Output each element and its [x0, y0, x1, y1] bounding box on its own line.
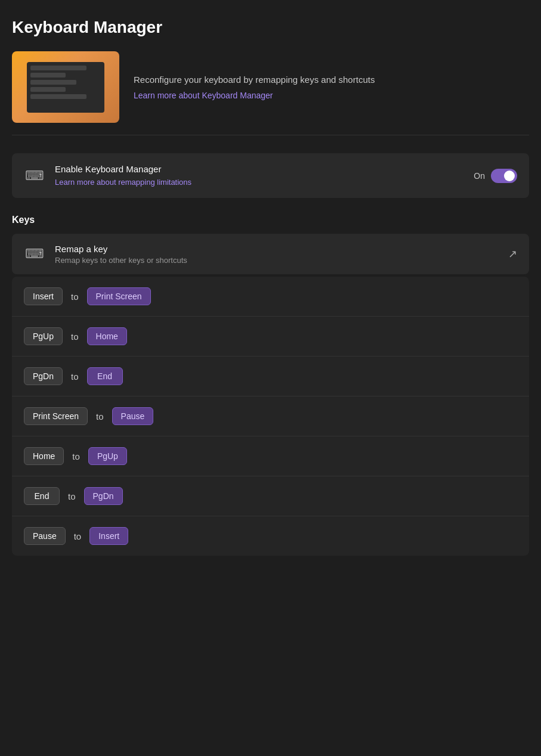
key-mapping-row: Insert to Print Screen: [12, 277, 529, 316]
keys-section-title: Keys: [12, 215, 529, 225]
to-label: to: [96, 411, 104, 422]
from-key-badge: Print Screen: [24, 407, 88, 425]
from-key-badge: PgUp: [24, 327, 63, 345]
enable-right: On: [474, 169, 517, 183]
hero-thumbnail: [12, 51, 119, 123]
from-key-badge: End: [24, 487, 60, 505]
keyboard-icon: ⌨: [24, 165, 45, 187]
enable-text: Enable Keyboard Manager Learn more about…: [55, 164, 191, 187]
to-key-badge: Print Screen: [87, 287, 151, 305]
from-key-badge: Pause: [24, 527, 66, 545]
remap-a-key-row: ⌨ Remap a key Remap keys to other keys o…: [12, 234, 529, 274]
to-label: to: [71, 292, 79, 302]
key-mapping-row: Print Screen to Pause: [12, 396, 529, 436]
keys-section: Keys ⌨ Remap a key Remap keys to other k…: [12, 215, 529, 556]
key-mapping-row: End to PgDn: [12, 476, 529, 516]
to-label: to: [71, 371, 79, 382]
to-label: to: [74, 531, 82, 541]
key-mapping-row: Home to PgUp: [12, 436, 529, 476]
remapping-limitations-link[interactable]: Learn more about remapping limitations: [55, 178, 191, 187]
hero-description: Reconfigure your keyboard by remapping k…: [134, 75, 375, 85]
to-key-badge: PgDn: [84, 487, 123, 505]
to-label: to: [71, 331, 79, 342]
from-key-badge: Home: [24, 447, 64, 465]
hero-text: Reconfigure your keyboard by remapping k…: [134, 75, 375, 100]
remap-external-link-icon[interactable]: ↗: [508, 247, 517, 261]
to-label: to: [72, 451, 80, 461]
hero-learn-more-link[interactable]: Learn more about Keyboard Manager: [134, 91, 375, 100]
to-key-badge: End: [87, 367, 123, 385]
to-key-badge: Pause: [112, 407, 154, 425]
enable-keyboard-manager-toggle[interactable]: [491, 169, 517, 183]
enable-left: ⌨ Enable Keyboard Manager Learn more abo…: [24, 164, 191, 187]
remap-title: Remap a key: [55, 244, 187, 254]
key-mapping-row: Pause to Insert: [12, 516, 529, 556]
enable-title: Enable Keyboard Manager: [55, 164, 191, 174]
page-title: Keyboard Manager: [12, 18, 529, 37]
remap-left: ⌨ Remap a key Remap keys to other keys o…: [24, 243, 187, 265]
to-key-badge: PgUp: [88, 447, 127, 465]
remap-description: Remap keys to other keys or shortcuts: [55, 256, 187, 265]
from-key-badge: PgDn: [24, 367, 63, 385]
remap-text: Remap a key Remap keys to other keys or …: [55, 244, 187, 265]
key-mappings-container: Insert to Print Screen PgUp to Home PgDn…: [12, 277, 529, 556]
to-label: to: [68, 491, 76, 501]
to-key-badge: Insert: [89, 527, 128, 545]
enable-keyboard-manager-section: ⌨ Enable Keyboard Manager Learn more abo…: [12, 153, 529, 198]
hero-section: Reconfigure your keyboard by remapping k…: [12, 51, 529, 135]
to-key-badge: Home: [87, 327, 127, 345]
remap-keyboard-icon: ⌨: [24, 243, 45, 265]
toggle-on-label: On: [474, 171, 485, 181]
key-mapping-row: PgUp to Home: [12, 316, 529, 356]
key-mapping-row: PgDn to End: [12, 356, 529, 396]
from-key-badge: Insert: [24, 287, 63, 305]
